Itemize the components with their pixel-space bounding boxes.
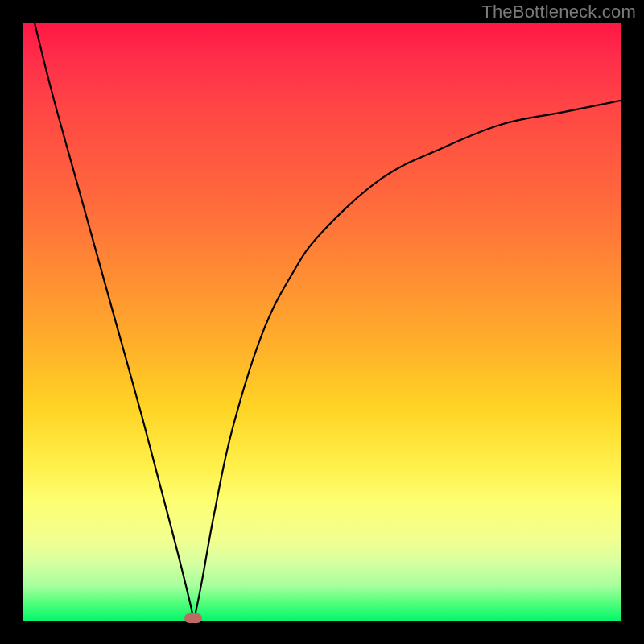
chart-frame: TheBottleneck.com [0,0,644,644]
watermark-text: TheBottleneck.com [481,2,636,23]
bottleneck-curve-path [35,23,621,620]
plot-area [23,23,621,621]
curve-svg [23,23,621,621]
minimum-marker [184,613,202,623]
